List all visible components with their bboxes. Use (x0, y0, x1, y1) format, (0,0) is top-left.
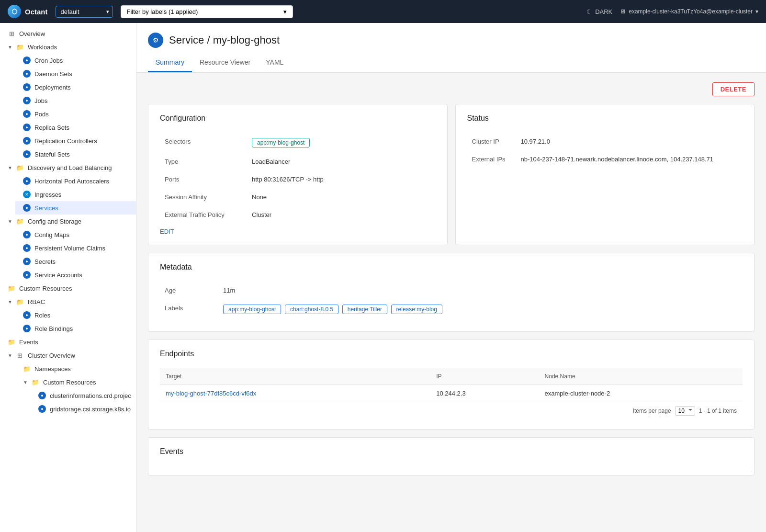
sidebar-item-overview[interactable]: ⊞ Overview (0, 27, 136, 40)
roles-icon: ● (23, 311, 31, 319)
sidebar-item-namespaces[interactable]: 📁 Namespaces (15, 362, 136, 375)
endpoint-target-link[interactable]: my-blog-ghost-77df85c6cd-vf6dx (166, 390, 256, 397)
sidebar-item-pods[interactable]: ● Pods (15, 107, 136, 121)
metadata-card: Metadata Age 11m Labels app:my-blog-ghos… (148, 253, 755, 332)
sidebar-item-events[interactable]: 📁 Events (0, 335, 136, 349)
sidebar-label-stateful-sets: Stateful Sets (34, 151, 70, 158)
type-label: Type (161, 153, 247, 170)
sidebar-item-role-bindings[interactable]: ● Role Bindings (15, 322, 136, 335)
sidebar-item-replica-sets[interactable]: ● Replica Sets (15, 121, 136, 134)
jobs-icon: ● (23, 97, 31, 104)
sidebar-item-service-accounts[interactable]: ● Service Accounts (15, 268, 136, 282)
sidebar-label-rbac: RBAC (28, 298, 45, 306)
filter-button[interactable]: Filter by labels (1 applied) ▾ (121, 5, 293, 18)
tab-summary[interactable]: Summary (148, 54, 192, 72)
external-ips-row: External IPs nb-104-237-148-71.newark.no… (468, 151, 742, 168)
logo-icon: ⬡ (8, 5, 21, 18)
delete-button[interactable]: DELETE (712, 82, 755, 96)
sidebar-item-custom-resources[interactable]: 📁 Custom Resources (0, 282, 136, 295)
external-traffic-label: External Traffic Policy (161, 206, 247, 223)
endpoints-table: Target IP Node Name my-blog-ghost-77df85… (160, 368, 743, 402)
service-accounts-icon: ● (23, 271, 31, 279)
page-title-row: ⚙ Service / my-blog-ghost (148, 33, 755, 48)
sidebar-label-hpa: Horizontal Pod Autoscalers (34, 178, 109, 185)
endpoint-target: my-blog-ghost-77df85c6cd-vf6dx (160, 385, 430, 402)
delete-row: DELETE (148, 82, 755, 96)
cluster-select[interactable]: default (56, 6, 113, 18)
sidebar-item-deployments[interactable]: ● Deployments (15, 80, 136, 94)
content-area: ⚙ Service / my-blog-ghost Summary Resour… (136, 23, 766, 532)
edit-link[interactable]: EDIT (160, 228, 174, 235)
pagination-row: Items per page 10 1 - 1 of 1 items (160, 402, 743, 419)
type-value: LoadBalancer (248, 153, 435, 170)
secrets-icon: ● (23, 258, 31, 265)
sidebar-item-clusterinformations[interactable]: ● clusterinformations.crd.projec (31, 389, 136, 402)
services-icon: ● (23, 204, 31, 212)
cluster-ip-row: Cluster IP 10.97.21.0 (468, 133, 742, 150)
endpoint-ip: 10.244.2.3 (430, 385, 539, 402)
app-logo: ⬡ Octant (8, 5, 48, 18)
config-collapse-icon: ▼ (8, 219, 12, 224)
cluster-info-text: example-cluster-ka3TuTzYo4a@example-clus… (629, 8, 753, 15)
status-table: Cluster IP 10.97.21.0 External IPs nb-10… (467, 132, 743, 169)
age-row: Age 11m (161, 282, 742, 299)
sidebar-item-roles[interactable]: ● Roles (15, 308, 136, 322)
tabs: Summary Resource Viewer YAML (148, 54, 755, 72)
sidebar-label-jobs: Jobs (34, 97, 47, 104)
endpoints-table-head: Target IP Node Name (160, 368, 743, 385)
status-card: Status Cluster IP 10.97.21.0 External IP… (455, 104, 755, 245)
sidebar-item-secrets[interactable]: ● Secrets (15, 255, 136, 268)
sidebar-item-workloads[interactable]: ▼ 📁 Workloads (0, 40, 136, 54)
sidebar-item-gridstorage[interactable]: ● gridstorage.csi.storage.k8s.io (31, 402, 136, 416)
sidebar-item-config-maps[interactable]: ● Config Maps (15, 228, 136, 241)
external-ips-value: nb-104-237-148-71.newark.nodebalancer.li… (517, 151, 742, 168)
sidebar-label-gridstorage: gridstorage.csi.storage.k8s.io (50, 406, 131, 413)
endpoints-card: Endpoints Target IP Node Name my-blog-gh… (148, 340, 755, 430)
dark-mode-toggle[interactable]: ☾ DARK (586, 8, 612, 15)
sidebar-label-config-storage: Config and Storage (28, 218, 81, 225)
filter-chevron-icon: ▾ (283, 8, 287, 15)
sidebar-label-custom-resources: Custom Resources (19, 285, 72, 292)
tab-resource-viewer[interactable]: Resource Viewer (192, 54, 258, 72)
sidebar-item-cluster-overview[interactable]: ▼ ⊞ Cluster Overview (0, 349, 136, 362)
col-node-name: Node Name (539, 368, 743, 385)
page-title: Service / my-blog-ghost (169, 34, 280, 46)
sidebar-label-secrets: Secrets (34, 258, 56, 265)
sidebar-label-clusterinformations: clusterinformations.crd.projec (50, 392, 131, 399)
sidebar-item-stateful-sets[interactable]: ● Stateful Sets (15, 147, 136, 161)
label-tag-0: app:my-blog-ghost (223, 305, 281, 314)
sidebar-item-services[interactable]: ● Services (15, 201, 136, 215)
replication-controllers-icon: ● (23, 137, 31, 145)
sidebar-item-config-storage[interactable]: ▼ 📁 Config and Storage (0, 215, 136, 228)
sidebar-label-namespaces: Namespaces (34, 365, 71, 373)
label-tag-2: heritage:Tiller (342, 305, 387, 314)
sidebar-item-daemon-sets[interactable]: ● Daemon Sets (15, 67, 136, 80)
cluster-info: 🖥 example-cluster-ka3TuTzYo4a@example-cl… (620, 8, 758, 15)
label-tag-1: chart:ghost-8.0.5 (285, 305, 338, 314)
col-ip: IP (430, 368, 539, 385)
sidebar-item-ingresses[interactable]: ✕ Ingresses (15, 188, 136, 201)
cluster-overview-collapse-icon: ▼ (8, 353, 12, 358)
sidebar-item-custom-resources2[interactable]: ▼ 📁 Custom Resources (15, 375, 136, 389)
sidebar-item-discovery[interactable]: ▼ 📁 Discovery and Load Balancing (0, 161, 136, 174)
sidebar-item-rbac[interactable]: ▼ 📁 RBAC (0, 295, 136, 308)
filter-wrapper: Filter by labels (1 applied) ▾ (121, 5, 293, 18)
sidebar-item-jobs[interactable]: ● Jobs (15, 94, 136, 107)
page-size-select[interactable]: 10 (675, 406, 695, 416)
sidebar-label-replica-sets: Replica Sets (34, 124, 69, 131)
cluster-selector-wrapper: default (56, 6, 113, 18)
rbac-collapse-icon: ▼ (8, 299, 12, 305)
tab-yaml[interactable]: YAML (258, 54, 291, 72)
sidebar-item-pvc[interactable]: ● Persistent Volume Claims (15, 241, 136, 255)
sidebar-item-hpa[interactable]: ● Horizontal Pod Autoscalers (15, 174, 136, 188)
sidebar-item-cron-jobs[interactable]: ● Cron Jobs (15, 54, 136, 67)
clusterinformations-icon: ● (38, 392, 46, 399)
sidebar-label-cluster-overview: Cluster Overview (28, 352, 75, 359)
gridstorage-icon: ● (38, 405, 46, 413)
custom-resources2-children: ● clusterinformations.crd.projec ● grids… (15, 389, 136, 416)
workloads-collapse-icon: ▼ (8, 45, 12, 50)
endpoints-table-body: my-blog-ghost-77df85c6cd-vf6dx 10.244.2.… (160, 385, 743, 402)
configuration-title: Configuration (160, 114, 436, 123)
sidebar-item-replication-controllers[interactable]: ● Replication Controllers (15, 134, 136, 147)
cluster-chevron-icon: ▾ (755, 8, 758, 15)
